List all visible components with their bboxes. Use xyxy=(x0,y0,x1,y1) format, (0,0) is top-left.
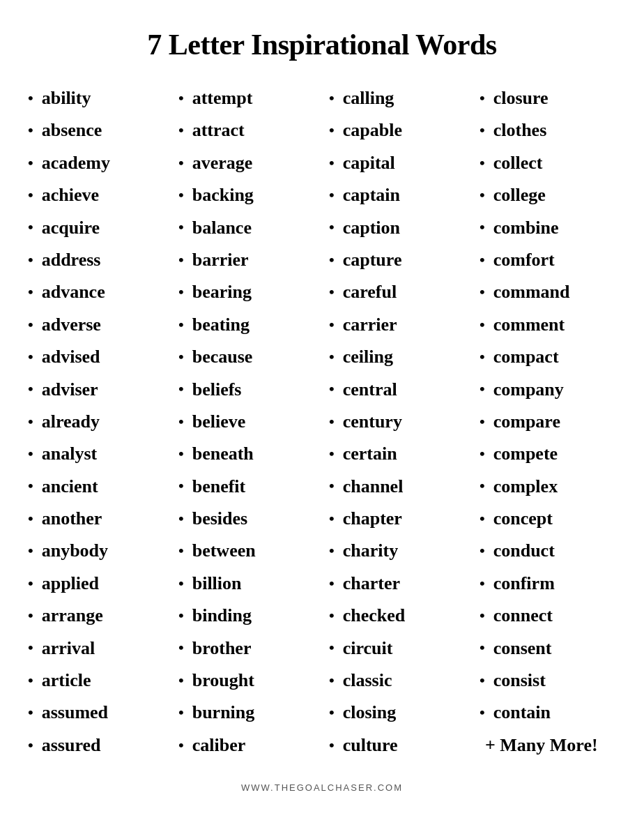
list-item: combine xyxy=(480,212,616,244)
word-text: believe xyxy=(192,409,246,434)
list-item: contain xyxy=(480,697,616,729)
list-item: believe xyxy=(178,406,315,438)
word-text: another xyxy=(42,506,102,531)
word-text: caliber xyxy=(192,733,246,758)
list-item: acquire xyxy=(28,212,164,244)
word-text: balance xyxy=(192,215,252,241)
list-item: ceiling xyxy=(329,341,466,373)
word-text: backing xyxy=(192,183,254,208)
word-text: acquire xyxy=(42,215,100,241)
list-item: ancient xyxy=(28,471,164,503)
list-item: academy xyxy=(28,147,164,179)
word-text: certain xyxy=(343,441,397,467)
list-item: closure xyxy=(480,82,616,114)
list-item: benefit xyxy=(178,471,315,503)
word-text: contain xyxy=(493,700,551,725)
word-text: circuit xyxy=(343,636,393,661)
word-column-1: abilityabsenceacademyachieveacquireaddre… xyxy=(21,82,171,761)
list-item: captain xyxy=(329,179,466,211)
word-text: closure xyxy=(493,86,549,111)
list-item: adviser xyxy=(28,374,164,406)
word-text: academy xyxy=(42,151,110,176)
list-item: comfort xyxy=(480,244,616,276)
word-column-3: callingcapablecapitalcaptaincaptioncaptu… xyxy=(322,82,473,761)
list-item: applied xyxy=(28,568,164,600)
list-item: closing xyxy=(329,697,466,729)
word-text: assumed xyxy=(42,700,108,725)
list-item: charity xyxy=(329,535,466,567)
word-text: capture xyxy=(343,248,402,273)
word-text: charity xyxy=(343,538,398,563)
word-text: checked xyxy=(343,603,406,628)
list-item: brought xyxy=(178,665,315,697)
word-text: charter xyxy=(343,571,400,596)
word-text: arrange xyxy=(42,603,103,628)
list-item: beating xyxy=(178,309,315,341)
word-text: closing xyxy=(343,700,397,725)
list-item: circuit xyxy=(329,632,466,665)
list-item: bearing xyxy=(178,276,315,308)
word-text: combine xyxy=(493,215,559,241)
list-item: checked xyxy=(329,600,466,632)
list-item: channel xyxy=(329,471,466,503)
word-text: already xyxy=(42,409,100,434)
list-item: billion xyxy=(178,568,315,600)
list-item: consent xyxy=(480,632,616,665)
word-text: century xyxy=(343,409,402,434)
word-text: because xyxy=(192,344,253,370)
word-text: compare xyxy=(493,409,560,434)
more-text: + Many More! xyxy=(480,729,616,761)
word-text: conduct xyxy=(493,538,555,563)
word-text: ability xyxy=(42,86,91,111)
word-text: average xyxy=(192,151,253,176)
list-item: article xyxy=(28,665,164,697)
word-text: beliefs xyxy=(192,377,242,402)
list-item: carrier xyxy=(329,309,466,341)
list-item: balance xyxy=(178,212,315,244)
list-item: barrier xyxy=(178,244,315,276)
word-text: comfort xyxy=(493,248,555,273)
list-item: attempt xyxy=(178,82,315,114)
list-item: already xyxy=(28,406,164,438)
word-text: address xyxy=(42,248,101,273)
word-text: consent xyxy=(493,636,552,661)
word-text: benefit xyxy=(192,474,246,499)
list-item: anybody xyxy=(28,535,164,567)
list-item: beneath xyxy=(178,438,315,470)
list-item: certain xyxy=(329,438,466,470)
word-text: college xyxy=(493,183,546,208)
list-item: binding xyxy=(178,600,315,632)
list-item: capital xyxy=(329,147,466,179)
word-text: command xyxy=(493,280,570,305)
word-text: bearing xyxy=(192,280,252,305)
list-item: because xyxy=(178,341,315,373)
list-item: another xyxy=(28,503,164,535)
list-item: compact xyxy=(480,341,616,373)
list-item: capture xyxy=(329,244,466,276)
list-item: command xyxy=(480,276,616,308)
list-item: between xyxy=(178,535,315,567)
list-item: classic xyxy=(329,665,466,697)
list-item: collect xyxy=(480,147,616,179)
word-text: classic xyxy=(343,668,392,693)
word-text: compete xyxy=(493,441,558,467)
word-text: beneath xyxy=(192,441,254,467)
list-item: address xyxy=(28,244,164,276)
footer-url: WWW.THEGOALCHASER.COM xyxy=(241,782,403,793)
list-item: compete xyxy=(480,438,616,470)
list-item: central xyxy=(329,374,466,406)
word-grid: abilityabsenceacademyachieveacquireaddre… xyxy=(21,82,623,761)
list-item: beliefs xyxy=(178,374,315,406)
list-item: consist xyxy=(480,665,616,697)
list-item: clothes xyxy=(480,114,616,146)
word-text: achieve xyxy=(42,183,99,208)
list-item: analyst xyxy=(28,438,164,470)
word-text: carrier xyxy=(343,312,397,338)
list-item: advised xyxy=(28,341,164,373)
word-text: article xyxy=(42,668,91,693)
word-text: chapter xyxy=(343,506,402,531)
list-item: average xyxy=(178,147,315,179)
word-text: ceiling xyxy=(343,344,393,370)
word-column-4: closureclothescollectcollegecombinecomfo… xyxy=(473,82,623,761)
list-item: chapter xyxy=(329,503,466,535)
